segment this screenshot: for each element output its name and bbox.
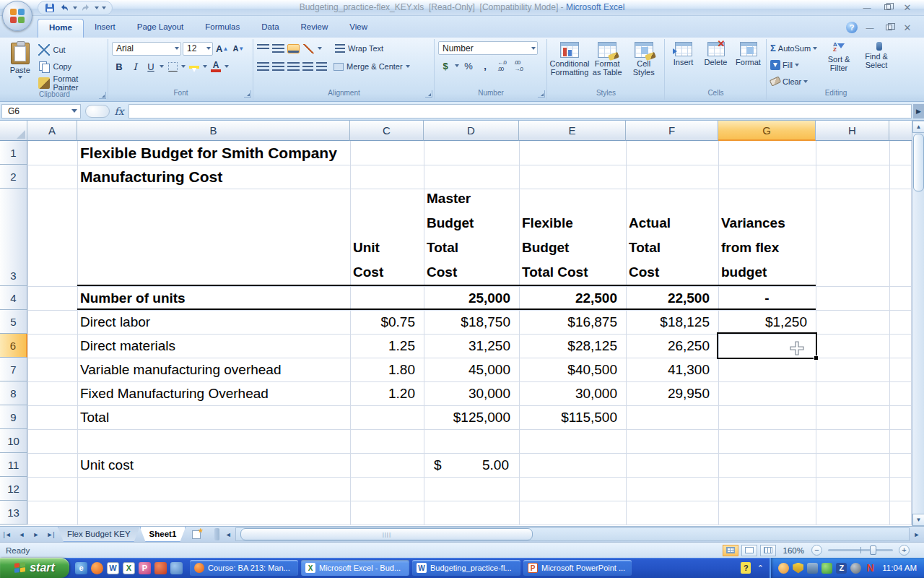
decrease-indent-button[interactable] [302,62,313,72]
cell-D11[interactable]: $5.00 [424,453,519,477]
cell-B9[interactable]: Total [77,405,350,429]
tray-n-icon[interactable]: N [865,563,876,574]
bold-button[interactable]: B [112,59,126,74]
shrink-font-button[interactable]: A▼ [231,41,245,56]
copy-button[interactable]: Copy [38,59,105,74]
column-header-h[interactable]: H [816,121,889,141]
zoom-slider[interactable] [828,549,893,551]
insert-function-button[interactable]: fx [110,104,128,118]
last-sheet-icon[interactable]: ►| [43,527,58,542]
orientation-button[interactable] [302,44,315,53]
cell-B6[interactable]: Direct materials [77,334,350,358]
ie-icon[interactable]: e [75,562,87,574]
name-box[interactable]: G6 [1,104,81,118]
borders-dropdown-icon[interactable] [181,65,186,68]
start-button[interactable]: start [0,558,69,578]
tab-page-layout[interactable]: Page Layout [126,19,195,38]
column-header-partial[interactable] [889,121,912,141]
fill-button[interactable]: Fill [770,58,817,72]
grow-font-button[interactable]: A▲ [214,41,230,56]
hscroll-right-icon[interactable]: ► [910,527,924,542]
tab-home[interactable]: Home [38,19,84,38]
cell-B4[interactable]: Number of units [77,286,350,310]
cell-D3[interactable]: Master Budget Total Cost [424,189,519,286]
page-layout-view-button[interactable] [741,545,757,556]
taskbar-window-course[interactable]: Course: BA 213: Man... [190,560,298,576]
zoom-in-icon[interactable]: + [899,545,910,556]
number-format-select[interactable]: Number [438,41,538,55]
publisher-quicklaunch-icon[interactable]: P [139,562,151,574]
minimize-button[interactable]: — [860,2,873,12]
cell-E8[interactable]: 30,000 [519,381,626,405]
cell-G4[interactable]: - [718,286,816,310]
italic-button[interactable]: I [128,59,142,74]
increase-decimal-button[interactable]: ←.0.00 [494,59,509,73]
vertical-scroll-thumb[interactable] [913,134,924,191]
tray-z-icon[interactable]: Z [836,563,847,574]
tray-shield-icon[interactable] [793,563,803,574]
wrap-text-button[interactable]: Wrap Text [335,41,383,56]
show-hidden-icons[interactable]: ⌃ [755,562,765,574]
cell-D5[interactable]: $18,750 [424,310,519,334]
row-header-8[interactable]: 8 [0,381,27,405]
cell-C6[interactable]: 1.25 [350,334,424,358]
cell-D4[interactable]: 25,000 [424,286,519,310]
row-header-2[interactable]: 2 [0,165,27,189]
row-header-12[interactable]: 12 [0,477,27,501]
cell-E9[interactable]: $115,500 [519,405,626,429]
workbook-close-button[interactable]: ✕ [901,22,914,33]
align-right-button[interactable] [287,62,300,72]
orientation-dropdown-icon[interactable] [318,47,322,50]
format-cells-button[interactable]: Format [733,41,763,89]
tab-data[interactable]: Data [250,19,289,38]
cell-B1[interactable]: Flexible Budget for Smith Company [77,141,350,165]
vertical-scrollbar[interactable]: ▲ ▼ [912,121,924,526]
first-sheet-icon[interactable]: |◄ [0,527,14,542]
sheet-grid[interactable]: 1 2 3 4 5 6 7 8 9 10 11 12 13 Flexible B… [0,141,912,526]
accounting-format-button[interactable]: $ [438,59,453,73]
tab-split-handle[interactable] [214,528,219,540]
sheet-tab-sheet1[interactable]: Sheet1 [140,527,186,542]
font-color-button[interactable]: A [209,59,223,74]
cell-F6[interactable]: 26,250 [626,334,718,358]
office-button[interactable] [2,1,32,31]
align-left-button[interactable] [257,62,269,72]
cell-D9[interactable]: $125,000 [424,405,519,429]
normal-view-button[interactable] [723,545,738,556]
row-header-11[interactable]: 11 [0,453,27,477]
row-header-7[interactable]: 7 [0,358,27,381]
cell-C7[interactable]: 1.80 [350,358,424,381]
cell-B8[interactable]: Fixed Manufacturing Overhead [77,381,350,405]
firefox-icon[interactable] [91,562,103,574]
cell-E4[interactable]: 22,500 [519,286,626,310]
cell-B5[interactable]: Direct labor [77,310,350,334]
cell-F5[interactable]: $18,125 [626,310,718,334]
tray-gray-icon[interactable] [850,563,861,574]
cell-G3[interactable]: Variances from flex budget [718,189,816,286]
restore-button[interactable] [881,2,894,12]
find-select-button[interactable]: Find & Select [860,41,892,89]
cell-E3[interactable]: Flexible Budget Total Cost [519,189,626,286]
taskbar-window-excel[interactable]: X Microsoft Excel - Bud... [301,560,409,576]
font-dialog-launcher[interactable] [244,90,251,98]
format-painter-button[interactable]: Format Painter [38,76,105,90]
tray-green-icon[interactable] [821,563,832,574]
column-header-f[interactable]: F [626,121,718,141]
cell-B7[interactable]: Variable manufacturing overhead [77,358,350,381]
percent-style-button[interactable]: % [461,59,476,73]
select-all-corner[interactable] [0,121,27,141]
merge-center-button[interactable]: Merge & Center [334,59,410,74]
column-header-e[interactable]: E [519,121,626,141]
cell-C8[interactable]: 1.20 [350,381,424,405]
number-dialog-launcher[interactable] [538,90,545,98]
clear-button[interactable]: Clear [770,74,817,88]
comma-style-button[interactable]: , [478,59,492,73]
tab-review[interactable]: Review [290,19,339,38]
row-header-13[interactable]: 13 [0,501,27,525]
conditional-formatting-button[interactable]: Conditional Formatting [551,41,588,89]
insert-worksheet-button[interactable] [186,527,207,542]
row-header-5[interactable]: 5 [0,310,27,334]
row-header-9[interactable]: 9 [0,405,27,429]
cell-E5[interactable]: $16,875 [519,310,626,334]
horizontal-scrollbar[interactable]: ◄ |||| ► [213,527,924,542]
